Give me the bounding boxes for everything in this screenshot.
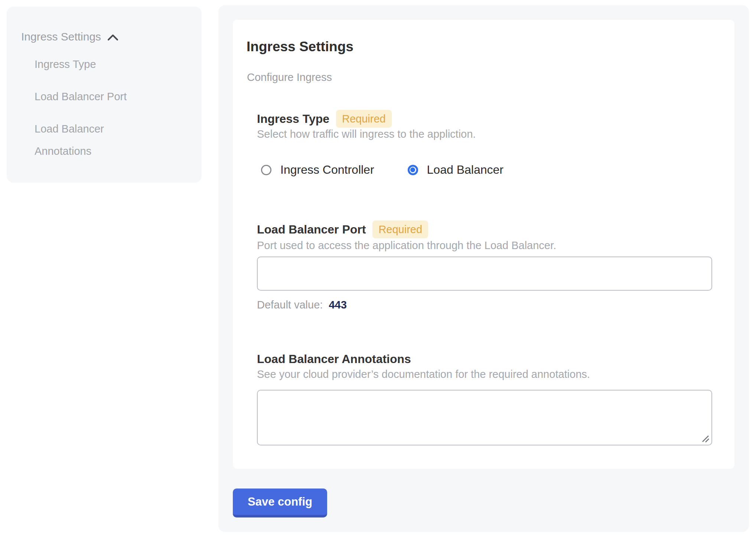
sidebar-item-load-balancer-port[interactable]: Load Balancer Port	[35, 85, 157, 108]
load-balancer-port-input[interactable]	[257, 257, 712, 291]
default-value: 443	[329, 299, 346, 311]
required-badge: Required	[336, 110, 392, 128]
ingress-type-description: Select how traffic will ingress to the a…	[257, 128, 476, 140]
default-value-label: Default value:	[257, 299, 323, 311]
sidebar-item-load-balancer-annotations[interactable]: Load Balancer Annotations	[35, 118, 157, 162]
resize-handle[interactable]	[701, 435, 710, 444]
config-panel: Ingress Settings Configure Ingress Ingre…	[218, 5, 749, 532]
load-balancer-annotations-heading: Load Balancer Annotations	[257, 352, 411, 366]
load-balancer-annotations-textarea[interactable]	[257, 390, 712, 445]
save-config-button[interactable]: Save config	[233, 489, 327, 517]
load-balancer-option-label[interactable]: Load Balancer	[427, 163, 504, 177]
sidebar-group-label: Ingress Settings	[21, 30, 101, 43]
ingress-controller-option-label[interactable]: Ingress Controller	[280, 163, 374, 177]
load-balancer-radio[interactable]	[408, 165, 418, 175]
ingress-type-label: Ingress Type	[257, 112, 329, 126]
ingress-type-heading: Ingress Type Required	[257, 110, 392, 128]
load-balancer-port-description: Port used to access the application thro…	[257, 239, 556, 252]
load-balancer-option[interactable]: Load Balancer	[408, 163, 504, 177]
load-balancer-annotations-field	[257, 390, 712, 445]
page-subtitle: Configure Ingress	[247, 71, 332, 84]
sidebar-item-list: Ingress Type Load Balancer Port Load Bal…	[35, 53, 157, 172]
sidebar-group-ingress-settings[interactable]: Ingress Settings	[21, 30, 119, 43]
default-value-line: Default value: 443	[257, 299, 347, 311]
ingress-type-radio-group: Ingress Controller Load Balancer	[261, 163, 504, 177]
load-balancer-annotations-label: Load Balancer Annotations	[257, 352, 411, 366]
chevron-up-icon	[107, 32, 119, 42]
page-title: Ingress Settings	[247, 39, 353, 55]
required-badge: Required	[372, 220, 428, 238]
load-balancer-annotations-description: See your cloud provider’s documentation …	[257, 368, 590, 380]
ingress-settings-card: Ingress Settings Configure Ingress Ingre…	[233, 20, 734, 469]
load-balancer-port-label: Load Balancer Port	[257, 223, 366, 236]
sidebar-item-ingress-type[interactable]: Ingress Type	[35, 53, 157, 75]
settings-sidebar: Ingress Settings Ingress Type Load Balan…	[7, 7, 202, 183]
page: Ingress Settings Ingress Type Load Balan…	[0, 0, 756, 539]
ingress-controller-option[interactable]: Ingress Controller	[261, 163, 374, 177]
load-balancer-port-heading: Load Balancer Port Required	[257, 220, 428, 238]
ingress-controller-radio[interactable]	[261, 165, 271, 175]
